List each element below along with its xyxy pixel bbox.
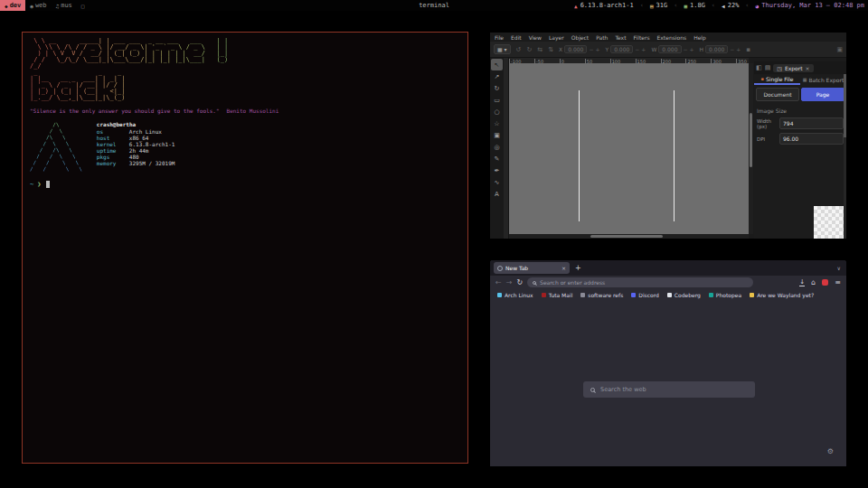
page-button[interactable]: Page [801,88,844,101]
tool-button[interactable]: ↖ [491,59,503,70]
scrollbar-thumb[interactable] [590,235,663,238]
stepper-plus[interactable]: + [690,46,694,52]
rotate-cw-icon[interactable]: ↻ [526,46,532,53]
stepper-minus[interactable]: − [730,46,734,52]
bookmark-item[interactable]: Tuta Mail [542,292,573,298]
snap-controls-icon[interactable]: ▣ [836,46,843,53]
field-label: H [700,46,704,52]
menu-item[interactable]: Text [615,34,626,41]
tool-button[interactable]: ↻ [491,82,503,94]
tool-button[interactable]: ▣ [491,129,503,141]
rotate-ccw-icon[interactable]: ↺ [516,46,522,53]
bookmark-item[interactable]: Codeberg [667,292,701,298]
bookmarks-bar: Arch Linux Tuta Mail software refs Disco… [490,289,846,300]
fastfetch-value: x86_64 [129,135,149,141]
list-all-tabs-icon[interactable]: ∨ [837,265,841,271]
downloads-icon[interactable]: ↓ [799,279,805,286]
document-button[interactable]: Document [756,88,799,101]
shell-prompt[interactable]: ~ ❯ [30,181,460,188]
tool-button[interactable]: ◎ [491,141,503,153]
bookmark-item[interactable]: Arch Linux [497,292,533,298]
stepper-plus[interactable]: + [595,46,599,52]
stepper-minus[interactable]: − [635,46,639,52]
fastfetch-value: 6.13.8-arch1-1 [129,141,175,147]
web-search-box[interactable]: Search the web [583,381,755,398]
layers-dialog-icon[interactable]: ▤ [765,64,771,71]
menu-item[interactable]: Edit [511,34,522,41]
drawn-vertical-line[interactable] [579,90,580,221]
back-icon[interactable]: ← [495,278,502,286]
text-cursor [46,181,50,188]
reload-icon[interactable]: ↻ [516,278,523,286]
tool-button[interactable]: ✎ [491,153,503,164]
bookmark-item[interactable]: software refs [580,292,623,298]
menu-item[interactable]: Filters [634,34,650,41]
active-tab[interactable]: New Tab × [494,262,570,274]
scrollbar-thumb[interactable] [750,113,752,167]
tab-label: Single File [766,76,793,82]
field-value[interactable]: 0.000 [705,45,728,53]
menu-item[interactable]: File [495,34,504,41]
stepper-plus[interactable]: + [736,46,741,52]
flip-horizontal-icon[interactable]: ⇆ [537,46,542,53]
close-icon[interactable]: × [806,65,810,71]
tool-button[interactable]: ✒ [491,164,503,176]
forward-icon[interactable]: → [506,278,513,286]
personalize-gear-icon[interactable]: ⚙ [827,447,834,455]
stepper-minus[interactable]: − [589,46,593,52]
coordinate-field[interactable]: W 0.000 − + [651,45,693,53]
field-value[interactable]: 0.000 [610,45,633,53]
bookmark-item[interactable]: Discord [631,292,659,298]
tool-button[interactable]: ☆ [491,117,503,129]
new-tab-button[interactable]: + [575,264,581,272]
coordinate-field[interactable]: H 0.000 − + [700,45,741,53]
coordinate-field[interactable]: X 0.000 − + [559,45,599,53]
coordinate-field[interactable]: Y 0.000 − + [605,45,646,53]
batch-export-icon: ▦ [803,77,807,82]
menu-item[interactable]: View [529,34,542,41]
bookmark-label: Photopea [716,292,741,298]
adblock-extension-icon[interactable] [822,279,828,286]
dpi-input[interactable]: 96.00 [779,133,844,145]
menu-item[interactable]: Object [571,34,590,41]
export-dialog-tab[interactable]: ◳ Export × [773,64,813,72]
stepper-minus[interactable]: − [684,46,688,52]
panel-scrollbar[interactable] [844,74,846,239]
url-bar[interactable]: Search or enter address [527,277,753,287]
tool-button[interactable]: ↗ [491,70,503,82]
menu-icon[interactable]: ≡ [835,278,841,286]
bookmark-item[interactable]: Are we Wayland yet? [750,292,814,298]
tab-single-file[interactable]: ▪ Single File [754,74,800,85]
scrollbar-thumb[interactable] [844,74,846,137]
field-value[interactable]: 0.000 [564,45,587,53]
field-value[interactable]: 0.000 [658,45,681,53]
canvas-vertical-scrollbar[interactable] [749,63,753,234]
menu-item[interactable]: Help [693,34,706,41]
flip-vertical-icon[interactable]: ⇅ [548,46,553,53]
close-tab-icon[interactable]: × [561,265,566,271]
selection-mode-dropdown[interactable]: ▦ ▾ [494,44,511,54]
tool-button[interactable]: ∿ [491,176,503,188]
drawn-vertical-line[interactable] [674,90,675,221]
canvas-horizontal-scrollbar[interactable] [509,234,749,239]
width-input[interactable]: 794 [779,117,844,129]
menu-item[interactable]: Path [596,34,608,41]
stepper-plus[interactable]: + [641,46,646,52]
tab-batch-export[interactable]: ▦ Batch Export [800,74,846,85]
fill-stroke-dialog-icon[interactable]: ◧ [756,64,762,71]
tool-button[interactable]: ○ [491,106,503,117]
menu-item[interactable]: Layer [549,34,564,41]
bookmark-item[interactable]: Photopea [709,292,741,298]
bookmark-favicon [667,293,672,297]
ascii-art-back: _ _ _ | |__ __ _ ___| | _| | | '_ \ / _`… [30,70,460,101]
terminal-window[interactable]: \ \ __ _____| | ___ ___ _ __ ___ ___ | |… [22,32,468,464]
fastfetch-label: os [97,128,129,135]
tab-label: Batch Export [808,77,844,83]
tool-button[interactable]: ▭ [491,94,503,106]
tool-button[interactable]: A [491,188,503,200]
arch-ascii-logo: /\ / \ /\ \ / \ \ / /\ \ / / \ \ / / \ \… [30,121,82,172]
menu-item[interactable]: Extensions [657,34,687,41]
home-icon[interactable]: ⌂ [811,278,816,286]
inkscape-canvas[interactable] [509,63,749,234]
lock-ratio-icon[interactable]: ▪ [746,46,750,53]
